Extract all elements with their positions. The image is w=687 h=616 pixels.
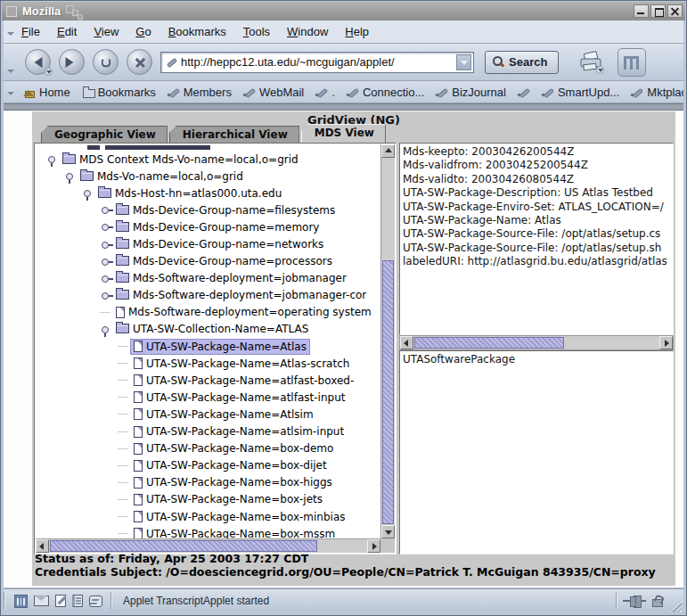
stop-button[interactable] [127,49,152,75]
menu-go[interactable]: Go [135,25,151,38]
tree-row-uta-sw-package-name-box-dijet[interactable]: UTA-SW-Package-Name=box-dijet [36,457,380,474]
minimize-button[interactable] [634,4,649,18]
tree-node-label: UTA-SW-Collection-Name=ATLAS [133,323,308,335]
scroll-right-button[interactable] [659,336,673,349]
objectclass-panel[interactable]: UTASoftwarePackage [399,350,674,554]
maximize-button[interactable] [650,4,666,18]
bookmark-item-members[interactable]: Members [168,86,232,99]
bookmark-pen-icon[interactable] [165,56,177,69]
tree-row-uta-sw-package-name-atlfast-boxed[interactable]: UTA-SW-Package-Name=atlfast-boxed- [36,372,380,389]
url-input[interactable] [179,53,456,71]
menu-help[interactable]: Help [345,25,369,38]
scroll-right-button[interactable] [367,539,380,553]
tab-geographic-view[interactable]: Geographic View [41,126,168,143]
collapse-toggle-icon[interactable] [98,324,113,335]
menu-tools[interactable]: Tools [243,25,270,38]
bookmark-item-home[interactable]: Home [23,86,70,99]
tree-row-mds-device-group-name-processors[interactable]: Mds-Device-Group-name=processors [36,253,380,270]
tree-row-mds-host-hn-atlas000-uta-edu[interactable]: Mds-Host-hn=atlas000.uta.edu [36,185,380,201]
tree-row-uta-sw-package-name-atlsim[interactable]: UTA-SW-Package-Name=Atlsim [36,406,380,423]
tree-row-mds-software-deployment-operating-system[interactable]: Mds-Software-deployment=operating system [36,304,380,321]
tree-vertical-scrollbar[interactable] [380,144,395,538]
bookmark-item-smartupd[interactable]: SmartUpd... [542,86,619,99]
tree-row-uta-sw-package-name-box-higgs[interactable]: UTA-SW-Package-Name=box-higgs [36,474,380,491]
expand-toggle-icon[interactable] [98,290,113,301]
tree-row-mds-software-deployment-jobmanager[interactable]: Mds-Software-deployment=jobmanager [36,270,380,287]
toolbar-grippy-icon[interactable] [7,92,14,99]
scroll-up-button[interactable] [381,144,395,158]
reload-button[interactable] [93,49,119,75]
titlebar[interactable]: Mozilla [2,2,685,21]
document-icon [134,341,143,352]
tree-row-uta-sw-package-name-box-demo[interactable]: UTA-SW-Package-Name=box-demo [36,440,380,457]
search-button[interactable]: Search [485,51,559,74]
tree-row-uta-sw-package-name-atlas[interactable]: UTA-SW-Package-Name=Atlas [36,338,380,355]
tree-row-uta-sw-package-name-atlsim-input[interactable]: UTA-SW-Package-Name=atlsim-input [36,423,380,440]
expand-toggle-icon[interactable] [98,273,113,284]
collapse-toggle-icon[interactable] [45,153,60,165]
mail-icon[interactable] [34,595,49,606]
back-dropdown-icon[interactable] [45,68,53,76]
expand-toggle-icon[interactable] [98,256,113,267]
tree-row-mds-context-mds-vo-name-local-o-grid[interactable]: MDS Context Mds-Vo-name=local,o=grid [36,151,380,168]
menu-view[interactable]: View [94,25,119,38]
tree-row-uta-sw-package-name-box-jets[interactable]: UTA-SW-Package-Name=box-jets [36,491,380,508]
expand-toggle-icon[interactable] [98,204,113,216]
scroll-thumb[interactable] [382,260,394,524]
tree-row-uta-sw-package-name-atlas-scratch[interactable]: UTA-SW-Package-Name=Atlas-scratch [36,355,380,372]
addressbook-icon[interactable] [72,595,83,607]
browser-window: Mozilla FileEditViewGoBookmarksToolsWind… [0,0,687,616]
scroll-down-button[interactable] [381,525,395,538]
tree-row-uta-sw-package-name-atlfast-input[interactable]: UTA-SW-Package-Name=atlfast-input [36,389,380,406]
bookmark-item-bookmarks[interactable]: Bookmarks [82,86,156,99]
scroll-thumb[interactable] [50,540,317,552]
scroll-left-button[interactable] [36,539,49,553]
clipped-tree-row[interactable] [62,144,241,151]
print-dropdown-icon[interactable] [596,66,604,74]
chatzilla-icon[interactable] [89,595,102,607]
bookmark-item-connectio[interactable]: Connectio... [347,86,424,99]
mozilla-logo-icon[interactable] [617,48,646,77]
bookmark-label: WebMail [259,86,304,99]
tree-row-mds-device-group-name-networks[interactable]: Mds-Device-Group-name=networks [36,235,380,252]
scroll-thumb[interactable] [414,337,564,349]
toolbar-grippy-icon[interactable] [7,32,14,39]
url-dropdown-button[interactable] [456,54,471,70]
tab-hierarchical-view[interactable]: Hierarchical View [169,126,299,143]
composer-icon[interactable] [55,595,66,607]
back-button[interactable] [25,49,51,75]
bookmark-item-mktplace[interactable]: Mktplace [631,86,683,99]
print-button[interactable] [578,51,605,74]
close-button[interactable] [667,4,683,18]
scroll-left-button[interactable] [400,336,413,349]
tab-mds-view[interactable]: MDS View [301,124,386,143]
tree-row-mds-software-deployment-jobmanager-cor[interactable]: Mds-Software-deployment=jobmanager-cor [36,287,380,304]
expand-toggle-icon[interactable] [98,239,113,251]
tree-horizontal-scrollbar[interactable] [36,538,380,553]
tree-row-uta-sw-package-name-box-mssm[interactable]: UTA-SW-Package-Name=box-mssm [36,525,380,538]
bookmark-item-webmail[interactable]: WebMail [243,86,304,99]
menu-window[interactable]: Window [287,25,328,38]
mozilla-icon[interactable] [14,595,28,608]
tree-row-uta-sw-package-name-box-minbias[interactable]: UTA-SW-Package-Name=box-minbias [36,508,380,525]
tree-row-mds-vo-name-local-o-grid[interactable]: Mds-Vo-name=local,o=grid [36,168,380,185]
collapse-toggle-icon[interactable] [80,187,95,199]
menu-bookmarks[interactable]: Bookmarks [168,25,226,38]
expand-toggle-icon[interactable] [98,221,113,233]
tree-row-mds-device-group-name-filesystems[interactable]: Mds-Device-Group-name=filesystems [36,201,380,218]
online-plug-icon[interactable] [623,595,646,606]
toolbar-grippy-icon[interactable] [7,70,14,77]
resize-grip[interactable] [668,599,682,612]
bookmark-item-bizjournal[interactable]: BizJournal [436,86,506,99]
attributes-panel[interactable]: Mds-keepto: 20030426200544ZMds-validfrom… [399,143,674,335]
bookmark-item-bookmark[interactable] [518,86,530,98]
collapse-toggle-icon[interactable] [62,170,78,182]
detail-horizontal-scrollbar[interactable] [399,335,674,350]
menu-file[interactable]: File [21,25,40,38]
security-lock-icon[interactable] [651,595,663,607]
bookmark-item-item[interactable]: . [315,86,335,99]
menu-edit[interactable]: Edit [57,25,77,38]
tree-row-mds-device-group-name-memory[interactable]: Mds-Device-Group-name=memory [36,218,380,235]
forward-button[interactable] [59,49,85,75]
tree-row-uta-sw-collection-name-atlas[interactable]: UTA-SW-Collection-Name=ATLAS [36,321,380,338]
